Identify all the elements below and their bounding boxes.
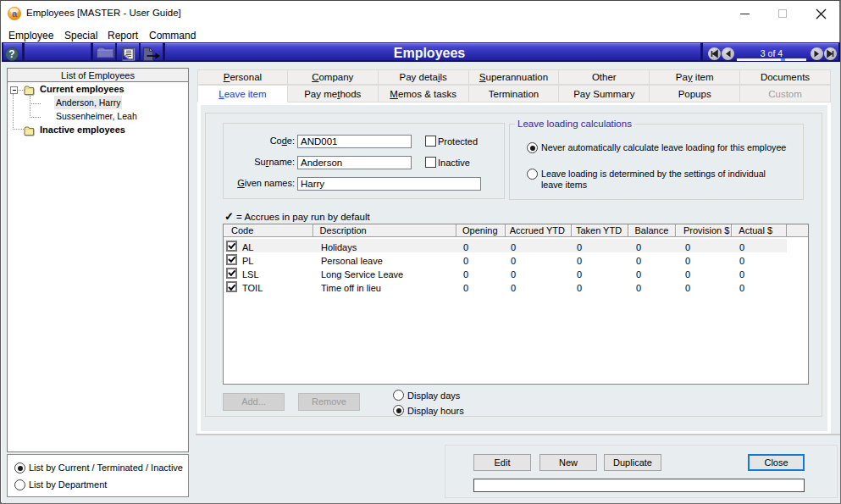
- svg-text:a: a: [12, 8, 18, 19]
